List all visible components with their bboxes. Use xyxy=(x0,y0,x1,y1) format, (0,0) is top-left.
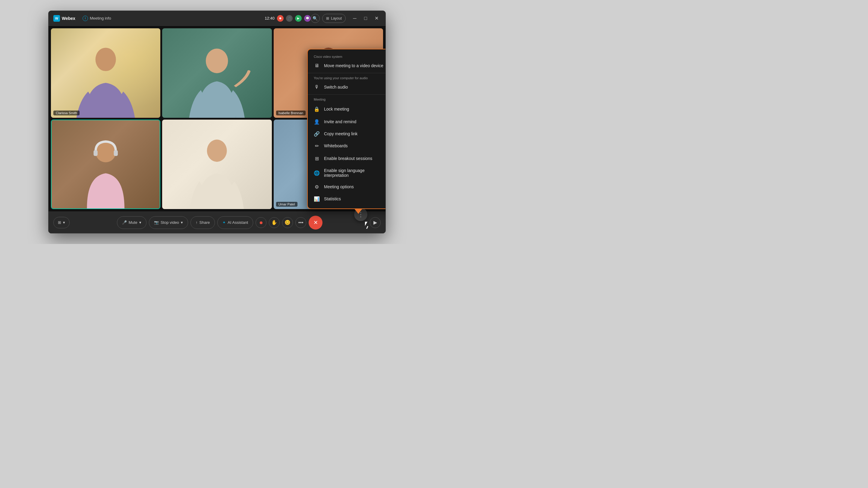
reactions-button[interactable]: ✋ xyxy=(269,217,280,228)
video-chevron-icon: ▾ xyxy=(181,220,183,225)
name-label-isabelle: Isabelle Brennan xyxy=(276,110,306,116)
time-display: 12:40 xyxy=(265,16,275,21)
dropdown-menu: Cisco video system 🖥 Move meeting to a v… xyxy=(307,49,386,209)
stop-video-button[interactable]: 📷 Stop video ▾ xyxy=(149,216,188,229)
person-silhouette-active xyxy=(52,133,160,208)
participant-bg-clarissa xyxy=(51,28,160,118)
share-icon: ↑ xyxy=(195,220,198,225)
toolbar: ⊞ ▾ 🎤 Mute ▾ 📷 Stop video ▾ ↑ Share ✦ AI xyxy=(49,212,385,233)
share-label: Share xyxy=(199,220,210,225)
svg-point-1 xyxy=(206,48,228,73)
search-button[interactable]: 🔍 xyxy=(311,14,320,23)
ai-label: AI Assistant xyxy=(227,220,248,225)
title-bar-right: 🔍 ⊞ Layout ─ □ ✕ xyxy=(311,14,381,23)
audio-icon: 🎙 xyxy=(314,84,320,90)
copy-link-label: Copy meeting link xyxy=(324,131,386,136)
video-cell-active xyxy=(51,120,160,209)
video-cell-man xyxy=(162,28,272,118)
lock-meeting-item[interactable]: 🔒 Lock meeting xyxy=(308,102,386,116)
app-window: W Webex i Meeting info 12:40 ⏺ 🎵 ▶ 💬 🔍 ⊞… xyxy=(48,10,386,233)
participant-bg-kitchen xyxy=(162,120,272,209)
end-call-button[interactable]: ✕ xyxy=(309,216,322,230)
name-label-clarissa: Clarissa Smith xyxy=(53,110,80,116)
view-icon: ⊞ xyxy=(58,220,61,225)
statistics-icon: 📊 xyxy=(314,196,320,202)
sign-language-label: Enable sign language interpretation xyxy=(324,168,386,178)
toolbar-left: ⊞ ▾ xyxy=(53,217,70,228)
link-icon: 🔗 xyxy=(314,131,320,137)
app-name-label: Webex xyxy=(62,16,75,21)
svg-rect-4 xyxy=(93,150,97,156)
panel-toggle-button[interactable]: ▶ xyxy=(370,217,381,228)
divider-2 xyxy=(308,94,386,95)
invite-remind-label: Invite and remind xyxy=(324,119,386,124)
emoji-button[interactable]: 😊 xyxy=(282,217,293,228)
statistics-label: Statistics xyxy=(324,196,386,201)
recording-indicator: ⏺ xyxy=(277,15,284,22)
audio-indicator: 🎵 xyxy=(286,15,293,22)
statistics-item[interactable]: 📊 Statistics xyxy=(308,193,386,205)
breakout-item[interactable]: ⊞ Enable breakout sessions xyxy=(308,152,386,165)
video-indicator: ▶ xyxy=(295,15,302,22)
mic-icon: 🎤 xyxy=(122,220,127,225)
toolbar-right: ▶ xyxy=(370,217,381,228)
video-cell-clarissa: Clarissa Smith xyxy=(51,28,160,118)
video-device-icon: 🖥 xyxy=(314,63,320,69)
ai-assistant-button[interactable]: ✦ AI Assistant xyxy=(217,216,253,229)
person-silhouette-kitchen xyxy=(162,133,272,209)
webex-logo-icon: W xyxy=(53,15,60,22)
share-button[interactable]: ↑ Share xyxy=(190,216,215,229)
mute-chevron-icon: ▾ xyxy=(139,220,141,225)
title-bar: W Webex i Meeting info 12:40 ⏺ 🎵 ▶ 💬 🔍 ⊞… xyxy=(49,11,385,26)
meeting-section-label: Meeting xyxy=(308,96,386,102)
ai-icon: ✦ xyxy=(222,220,226,225)
mute-label: Mute xyxy=(129,220,137,225)
svg-point-0 xyxy=(96,47,116,71)
layout-icon: ⊞ xyxy=(326,16,329,21)
person-silhouette-clarissa xyxy=(51,42,160,118)
cisco-section-label: Cisco video system xyxy=(308,53,386,60)
meeting-options-item[interactable]: ⚙ Meeting options xyxy=(308,181,386,193)
layout-button[interactable]: ⊞ Layout xyxy=(322,14,346,23)
participant-bg-man xyxy=(162,28,272,118)
stop-video-label: Stop video xyxy=(161,220,179,225)
options-icon: ⚙ xyxy=(314,184,320,190)
switch-audio-item[interactable]: 🎙 Switch audio xyxy=(308,81,386,93)
close-button[interactable]: ✕ xyxy=(372,14,381,23)
maximize-button[interactable]: □ xyxy=(361,14,370,23)
whiteboard-icon: ✏ xyxy=(314,143,320,149)
view-button[interactable]: ⊞ ▾ xyxy=(53,217,70,228)
video-cell-kitchen xyxy=(162,120,272,209)
audio-section-label: You're using your computer for audio xyxy=(308,74,386,81)
switch-audio-label: Switch audio xyxy=(324,85,386,90)
breakout-label: Enable breakout sessions xyxy=(324,156,386,161)
copy-link-item[interactable]: 🔗 Copy meeting link xyxy=(308,128,386,140)
toolbar-center: 🎤 Mute ▾ 📷 Stop video ▾ ↑ Share ✦ AI Ass… xyxy=(117,216,322,230)
move-meeting-item[interactable]: 🖥 Move meeting to a video device xyxy=(308,60,386,72)
meeting-info-icon: i xyxy=(83,16,88,21)
lock-icon: 🔒 xyxy=(314,106,320,112)
name-label-umar: Umar Patel xyxy=(276,202,298,207)
invite-icon: 👤 xyxy=(314,119,320,125)
window-controls: ─ □ ✕ xyxy=(350,14,381,23)
invite-remind-item[interactable]: 👤 Invite and remind xyxy=(308,116,386,128)
more-options-button[interactable]: ••• xyxy=(296,217,306,228)
title-bar-left: W Webex i Meeting info xyxy=(53,14,265,22)
end-icon: ✕ xyxy=(313,219,318,226)
minimize-button[interactable]: ─ xyxy=(350,14,359,23)
meeting-info-label: Meeting info xyxy=(90,16,111,21)
record-button[interactable]: ⏺ xyxy=(255,217,267,228)
sign-language-item[interactable]: 🌐 Enable sign language interpretation xyxy=(308,165,386,181)
meeting-info-tab[interactable]: i Meeting info xyxy=(80,14,114,22)
divider-1 xyxy=(308,73,386,73)
person-silhouette-man xyxy=(162,42,272,118)
whiteboards-label: Whiteboards xyxy=(324,143,386,148)
breakout-icon: ⊞ xyxy=(314,156,320,161)
mute-button[interactable]: 🎤 Mute ▾ xyxy=(117,216,147,229)
move-meeting-label: Move meeting to a video device xyxy=(324,63,386,68)
whiteboards-item[interactable]: ✏ Whiteboards xyxy=(308,140,386,152)
svg-rect-5 xyxy=(114,150,118,156)
layout-label: Layout xyxy=(331,16,342,21)
title-bar-center: 12:40 ⏺ 🎵 ▶ 💬 xyxy=(265,15,311,22)
sign-language-icon: 🌐 xyxy=(314,170,320,176)
